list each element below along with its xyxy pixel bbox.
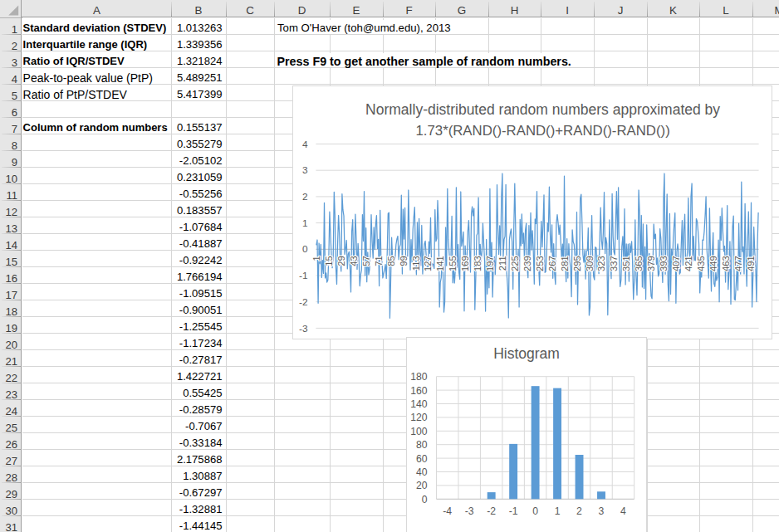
- svg-text:100: 100: [410, 426, 428, 437]
- svg-text:80: 80: [416, 439, 428, 451]
- svg-text:323: 323: [596, 256, 606, 271]
- svg-text:57: 57: [361, 256, 371, 266]
- svg-text:1: 1: [311, 256, 321, 261]
- svg-text:197: 197: [485, 256, 495, 271]
- svg-text:239: 239: [522, 256, 532, 271]
- svg-text:351: 351: [621, 256, 631, 271]
- svg-text:4: 4: [302, 139, 308, 150]
- svg-text:477: 477: [733, 256, 743, 271]
- svg-text:71: 71: [374, 256, 384, 266]
- svg-text:180: 180: [410, 371, 428, 383]
- svg-text:-2: -2: [299, 296, 308, 308]
- svg-text:435: 435: [696, 256, 706, 271]
- svg-text:365: 365: [634, 256, 644, 271]
- svg-text:-4: -4: [443, 505, 452, 517]
- svg-text:491: 491: [746, 256, 756, 271]
- svg-text:Histogram: Histogram: [493, 345, 560, 362]
- svg-text:40: 40: [416, 466, 428, 478]
- svg-text:421: 421: [683, 256, 693, 271]
- svg-text:-1: -1: [299, 270, 308, 281]
- svg-text:1: 1: [555, 505, 561, 517]
- svg-text:253: 253: [535, 256, 545, 271]
- svg-text:379: 379: [646, 256, 656, 271]
- svg-text:2: 2: [576, 505, 582, 517]
- svg-text:281: 281: [560, 256, 570, 271]
- svg-text:85: 85: [386, 256, 396, 266]
- svg-text:0: 0: [422, 494, 428, 505]
- svg-text:113: 113: [411, 256, 421, 271]
- svg-text:0: 0: [302, 243, 308, 255]
- svg-text:211: 211: [497, 256, 507, 271]
- svg-text:29: 29: [336, 256, 346, 266]
- svg-text:43: 43: [349, 256, 359, 266]
- svg-text:-2: -2: [487, 505, 496, 517]
- svg-text:337: 337: [609, 256, 619, 271]
- svg-text:267: 267: [547, 256, 557, 271]
- svg-text:183: 183: [473, 256, 483, 271]
- svg-text:-3: -3: [465, 505, 474, 517]
- svg-text:127: 127: [423, 256, 433, 271]
- svg-text:15: 15: [324, 256, 334, 266]
- svg-text:155: 155: [448, 256, 458, 271]
- svg-text:140: 140: [410, 398, 428, 410]
- svg-text:393: 393: [659, 256, 669, 271]
- svg-text:-3: -3: [299, 323, 308, 334]
- svg-text:60: 60: [416, 453, 428, 465]
- svg-text:1.73*(RAND()-RAND()+RAND()-RAN: 1.73*(RAND()-RAND()+RAND()-RAND()): [415, 123, 669, 139]
- svg-text:Normally-distributed random nu: Normally-distributed random numbers appr…: [365, 101, 720, 118]
- svg-text:449: 449: [708, 256, 718, 271]
- svg-text:1: 1: [302, 217, 308, 229]
- svg-text:295: 295: [572, 256, 582, 271]
- svg-text:120: 120: [410, 412, 428, 423]
- svg-text:169: 169: [460, 256, 470, 271]
- svg-text:99: 99: [399, 256, 409, 266]
- svg-text:0: 0: [532, 505, 538, 517]
- svg-text:3: 3: [302, 164, 308, 176]
- svg-text:20: 20: [416, 480, 428, 491]
- svg-text:225: 225: [510, 256, 520, 271]
- svg-text:309: 309: [585, 256, 595, 271]
- svg-text:3: 3: [599, 505, 605, 517]
- svg-text:407: 407: [671, 256, 681, 271]
- svg-text:463: 463: [721, 256, 731, 271]
- svg-text:160: 160: [410, 385, 428, 397]
- svg-text:141: 141: [435, 256, 445, 271]
- svg-text:2: 2: [302, 191, 308, 203]
- svg-text:4: 4: [620, 505, 626, 517]
- svg-text:-1: -1: [509, 505, 518, 517]
